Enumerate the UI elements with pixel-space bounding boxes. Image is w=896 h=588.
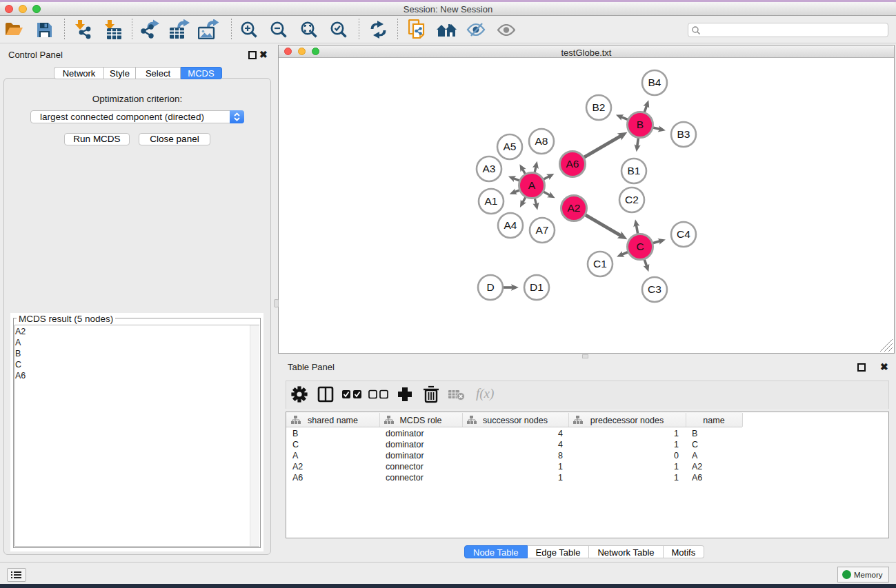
- svg-text:B3: B3: [677, 128, 690, 140]
- svg-text:A5: A5: [504, 141, 517, 152]
- svg-text:A7: A7: [536, 224, 549, 236]
- svg-text:B: B: [637, 119, 644, 130]
- svg-text:B1: B1: [628, 165, 641, 176]
- svg-text:A: A: [528, 179, 536, 191]
- svg-text:C4: C4: [677, 228, 690, 240]
- svg-text:A4: A4: [504, 219, 517, 231]
- svg-text:C2: C2: [625, 194, 639, 205]
- svg-text:D: D: [486, 281, 494, 293]
- svg-text:C: C: [636, 241, 644, 252]
- svg-text:C3: C3: [648, 283, 661, 295]
- svg-text:D1: D1: [530, 281, 544, 293]
- svg-text:A2: A2: [568, 202, 581, 214]
- svg-text:B2: B2: [593, 101, 606, 113]
- svg-text:A3: A3: [483, 163, 496, 174]
- svg-text:C1: C1: [593, 258, 607, 270]
- svg-text:B4: B4: [648, 77, 661, 88]
- svg-text:A1: A1: [485, 195, 498, 207]
- svg-text:A8: A8: [535, 135, 548, 147]
- svg-text:A6: A6: [566, 158, 579, 170]
